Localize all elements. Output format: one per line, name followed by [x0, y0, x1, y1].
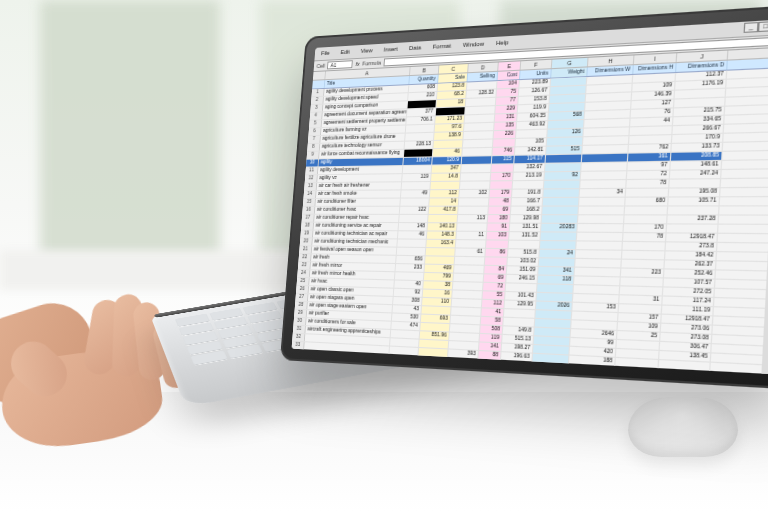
cell[interactable]: 393	[448, 349, 479, 358]
cell[interactable]	[584, 119, 631, 128]
cell[interactable]	[485, 257, 508, 265]
cell[interactable]	[430, 182, 460, 189]
cell[interactable]	[455, 257, 486, 265]
cell[interactable]: 746	[492, 147, 515, 155]
menu-item-data[interactable]: Data	[406, 43, 424, 53]
cell[interactable]: 72	[627, 171, 670, 179]
cell[interactable]	[450, 324, 481, 333]
cell[interactable]: agility development	[318, 166, 403, 174]
cell[interactable]: 142.81	[515, 147, 547, 155]
cell[interactable]	[419, 340, 449, 349]
cell[interactable]: 103	[487, 232, 510, 240]
cell[interactable]	[550, 86, 587, 95]
cell[interactable]: 229	[495, 105, 518, 113]
cell[interactable]	[669, 179, 721, 187]
cell[interactable]: 112	[430, 190, 460, 197]
cell[interactable]	[449, 333, 480, 342]
column-header-d[interactable]: D	[468, 62, 499, 72]
menu-item-help[interactable]: Help	[493, 38, 512, 48]
cell[interactable]	[624, 215, 668, 223]
cell[interactable]	[453, 274, 484, 282]
cell[interactable]: 109	[618, 322, 662, 332]
cell[interactable]: 97	[627, 162, 670, 170]
cell[interactable]	[574, 276, 621, 285]
row-number[interactable]: 22	[299, 254, 312, 261]
menu-item-window[interactable]: Window	[460, 39, 488, 50]
field-header-d[interactable]: Selling	[468, 72, 499, 81]
cell[interactable]: 18004	[403, 157, 432, 165]
cell[interactable]	[509, 241, 541, 249]
cell[interactable]: 762	[628, 144, 671, 153]
cell[interactable]: 34	[580, 189, 627, 197]
cell[interactable]: 138.9	[434, 132, 464, 140]
cell[interactable]	[433, 140, 463, 148]
cell[interactable]: 109	[632, 82, 675, 91]
cell[interactable]	[461, 165, 492, 173]
cell[interactable]	[452, 290, 483, 298]
cell[interactable]	[395, 272, 424, 280]
cell[interactable]	[581, 171, 628, 179]
field-header-g[interactable]: Weight	[551, 68, 588, 78]
cell[interactable]: 179	[489, 190, 512, 198]
cell[interactable]: air conditioning technician mechanic	[312, 238, 398, 246]
cell[interactable]	[490, 181, 513, 189]
cell[interactable]: 417.8	[429, 207, 459, 214]
cell[interactable]: 41	[481, 308, 504, 316]
cell[interactable]	[506, 283, 538, 291]
cell[interactable]	[543, 198, 580, 206]
cell[interactable]: 680	[625, 197, 669, 205]
cell[interactable]: 58	[481, 317, 504, 325]
cell[interactable]	[584, 127, 631, 136]
cell[interactable]: 656	[396, 256, 425, 264]
cell[interactable]: 119	[402, 174, 431, 181]
column-header-g[interactable]: G	[552, 58, 589, 69]
cell[interactable]	[582, 154, 629, 162]
cell[interactable]: 40	[394, 280, 423, 288]
cell[interactable]: 77	[496, 97, 519, 105]
cell[interactable]: 55	[482, 291, 505, 299]
column-header-c[interactable]: C	[439, 64, 469, 74]
cell[interactable]	[535, 310, 572, 319]
cell[interactable]	[463, 131, 494, 139]
cell[interactable]: 103.02	[507, 258, 539, 266]
cell[interactable]	[630, 126, 673, 135]
cell[interactable]: 14.8	[431, 173, 461, 181]
cell[interactable]: 131.52	[509, 232, 541, 240]
cell[interactable]: 105.71	[668, 197, 720, 205]
row-number[interactable]: 18	[301, 223, 314, 230]
menu-item-view[interactable]: View	[358, 46, 376, 56]
cell[interactable]	[467, 81, 498, 90]
cell[interactable]	[418, 348, 448, 357]
cell[interactable]	[576, 241, 623, 249]
cell[interactable]	[585, 101, 631, 110]
menu-item-file[interactable]: File	[318, 49, 333, 58]
cell[interactable]: air conditioner filter	[315, 199, 401, 206]
cell[interactable]	[547, 137, 584, 145]
cell[interactable]: 693	[421, 315, 451, 324]
cell[interactable]: 20283	[541, 224, 578, 232]
cell[interactable]: air conditioner repair hvac	[314, 215, 400, 222]
cell[interactable]	[458, 207, 489, 214]
cell[interactable]: 126.67	[519, 87, 551, 96]
cell[interactable]	[537, 284, 574, 293]
cell[interactable]	[513, 181, 545, 189]
cell[interactable]: 148	[399, 223, 428, 230]
table-row[interactable]: 15air conditioner filter1448166.7680105.…	[303, 197, 768, 207]
cell[interactable]: 151.09	[507, 266, 539, 274]
cell[interactable]	[577, 224, 624, 232]
cell[interactable]	[417, 365, 447, 374]
cell[interactable]	[478, 360, 501, 369]
cell[interactable]: 118	[538, 276, 575, 285]
cell[interactable]	[418, 356, 448, 365]
cell[interactable]: 129.98	[510, 215, 542, 223]
cell[interactable]: air conditioner hvac	[315, 207, 401, 214]
cell[interactable]: 115	[492, 156, 515, 164]
cell[interactable]	[542, 207, 579, 215]
cell[interactable]: 163.4	[426, 240, 456, 248]
menu-item-format[interactable]: Format	[429, 41, 454, 51]
cell[interactable]	[531, 371, 568, 374]
cell[interactable]	[544, 180, 581, 188]
cell[interactable]	[503, 318, 535, 327]
cell[interactable]: 112	[482, 300, 505, 308]
cell[interactable]	[491, 164, 514, 172]
